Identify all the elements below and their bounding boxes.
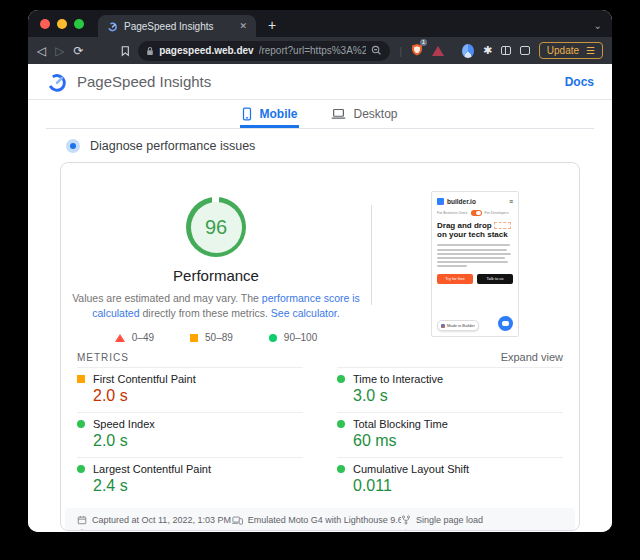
- metric-status-icon: [77, 420, 85, 428]
- pagespeed-favicon-icon: [107, 21, 118, 32]
- score-legend: 0–49 50–89 90–100: [115, 332, 317, 343]
- close-tab-icon[interactable]: ✕: [239, 21, 247, 31]
- desktop-laptop-icon: [331, 108, 346, 120]
- throttling-item: Slow 4G throttling: [232, 529, 401, 531]
- thumbnail-header: builder.io ≡: [437, 198, 513, 205]
- metric-cumulative-layout-shift: Cumulative Layout Shift 0.011: [337, 457, 563, 502]
- new-tab-button[interactable]: +: [268, 17, 276, 33]
- try-free-button: Try for free: [437, 274, 473, 284]
- legend-good-range: 90–100: [284, 332, 317, 343]
- screenshot-panel: builder.io ≡ For Business Users For Deve…: [371, 163, 579, 343]
- metric-total-blocking-time: Total Blocking Time 60 ms: [337, 412, 563, 457]
- calendar-icon: [77, 515, 87, 525]
- extensions-icon[interactable]: ✱: [483, 44, 492, 57]
- captured-at-item: Captured at Oct 11, 2022, 1:03 PM PDT: [77, 515, 232, 525]
- forward-button[interactable]: ▷: [55, 45, 64, 57]
- legend-good: 90–100: [269, 332, 317, 343]
- metric-status-icon: [337, 375, 345, 383]
- tab-mobile-label: Mobile: [259, 107, 297, 121]
- pagespeed-page: PageSpeed Insights Docs Mobile Desktop: [28, 64, 612, 532]
- signal-icon: [232, 529, 243, 531]
- chat-bubble-icon: [498, 316, 513, 331]
- tab-list-chevron-icon[interactable]: ⌄: [594, 20, 602, 31]
- metric-label: Total Blocking Time: [353, 418, 448, 430]
- thumbnail-footer: Made in Builder: [437, 316, 513, 331]
- metrics-grid: First Contentful Paint 2.0 s Time to Int…: [61, 367, 579, 502]
- toggle-left-label: For Business Users: [437, 211, 468, 215]
- toggle-right-label: For Developers: [485, 211, 509, 215]
- diagnose-bullet-icon: [66, 139, 80, 153]
- thumbnail-buttons: Try for free Talk to us: [437, 274, 513, 284]
- metrics-header: METRICS Expand view: [61, 343, 579, 367]
- tab-mobile[interactable]: Mobile: [240, 100, 299, 128]
- browser-toolbar: ◁ ▷ ⟳ pagespeed.web.dev /report?url=http…: [28, 37, 612, 64]
- diagnose-row: Diagnose performance issues: [28, 129, 612, 153]
- menu-icon[interactable]: ☰: [586, 45, 595, 56]
- mobile-phone-icon: [242, 107, 252, 121]
- zoom-out-icon[interactable]: [371, 45, 382, 56]
- page-header: PageSpeed Insights Docs: [28, 64, 612, 100]
- performance-score-panel: 96 Performance Values are estimated and …: [61, 163, 371, 343]
- profile-avatar[interactable]: [462, 44, 474, 58]
- back-button[interactable]: ◁: [37, 45, 46, 57]
- emulated-device-item: Emulated Moto G4 with Lighthouse 9.6.6: [232, 515, 401, 525]
- update-button[interactable]: Update ☰: [539, 42, 603, 59]
- see-calculator-link[interactable]: See calculator.: [271, 307, 340, 319]
- tab-title: PageSpeed Insights: [124, 21, 233, 32]
- metric-status-icon: [77, 375, 85, 383]
- thumbnail-paragraph-lines: [437, 244, 513, 269]
- thumbnail-headline: Drag and drop on your tech stack: [437, 221, 513, 239]
- metric-label: Cumulative Layout Shift: [353, 463, 469, 475]
- lock-icon: [146, 46, 154, 56]
- bookmark-icon[interactable]: [121, 45, 130, 57]
- tab-desktop[interactable]: Desktop: [329, 100, 399, 128]
- docs-link[interactable]: Docs: [565, 75, 594, 89]
- legend-poor: 0–49: [115, 332, 154, 343]
- reading-list-icon[interactable]: [520, 46, 530, 55]
- browser-window: PageSpeed Insights ✕ + ⌄ ◁ ▷ ⟳ pagespeed…: [28, 10, 612, 532]
- poor-triangle-icon: [115, 334, 125, 342]
- extension-triangle-icon[interactable]: [432, 46, 444, 56]
- metrics-section-label: METRICS: [77, 352, 129, 363]
- toolbar-separator: |: [399, 45, 402, 57]
- score-gauge[interactable]: 96: [186, 197, 246, 257]
- metric-speed-index: Speed Index 2.0 s: [77, 412, 303, 457]
- thumbnail-brand: builder.io: [447, 198, 506, 205]
- reload-button[interactable]: ⟳: [73, 45, 83, 57]
- average-square-icon: [190, 334, 198, 342]
- metric-first-contentful-paint: First Contentful Paint 2.0 s: [77, 367, 303, 412]
- close-window-button[interactable]: [40, 19, 50, 29]
- browser-tab[interactable]: PageSpeed Insights ✕: [98, 15, 256, 37]
- browser-version-item: Using HeadlessChromium 102.0.5005.115 wi…: [401, 529, 563, 531]
- thumbnail-toggle-row: For Business Users For Developers: [437, 210, 513, 216]
- legend-average: 50–89: [190, 332, 233, 343]
- metric-label: Time to Interactive: [353, 373, 443, 385]
- fork-icon: [401, 515, 411, 525]
- metric-time-to-interactive: Time to Interactive 3.0 s: [337, 367, 563, 412]
- score-section: 96 Performance Values are estimated and …: [61, 163, 579, 343]
- device-tabs: Mobile Desktop: [46, 100, 594, 129]
- score-disclaimer: Values are estimated and may vary. The p…: [61, 291, 371, 321]
- legend-poor-range: 0–49: [132, 332, 154, 343]
- tab-desktop-label: Desktop: [353, 107, 397, 121]
- pagespeed-logo-icon: [46, 71, 68, 93]
- page-screenshot-thumbnail[interactable]: builder.io ≡ For Business Users For Deve…: [431, 191, 519, 337]
- address-bar[interactable]: pagespeed.web.dev /report?url=https%3A%2…: [138, 41, 390, 61]
- metric-value: 60 ms: [353, 432, 563, 450]
- chromium-icon: [401, 529, 411, 531]
- metric-largest-contentful-paint: Largest Contentful Paint 2.4 s: [77, 457, 303, 502]
- score-value: 96: [191, 202, 242, 253]
- metric-label: Speed Index: [93, 418, 155, 430]
- toggle-switch-icon: [471, 210, 482, 216]
- sidebar-toggle-icon[interactable]: [501, 46, 511, 55]
- metric-status-icon: [337, 465, 345, 473]
- metric-value: 0.011: [353, 477, 563, 495]
- diagnose-label: Diagnose performance issues: [90, 139, 255, 153]
- tab-bar: PageSpeed Insights ✕ + ⌄: [28, 10, 612, 37]
- shield-icon[interactable]: 1: [411, 42, 423, 60]
- expand-view-button[interactable]: Expand view: [501, 351, 563, 363]
- minimize-window-button[interactable]: [57, 19, 67, 29]
- initial-page-load-item: Initial page load: [77, 529, 232, 531]
- talk-to-us-button: Talk to us: [477, 274, 513, 284]
- zoom-window-button[interactable]: [74, 19, 84, 29]
